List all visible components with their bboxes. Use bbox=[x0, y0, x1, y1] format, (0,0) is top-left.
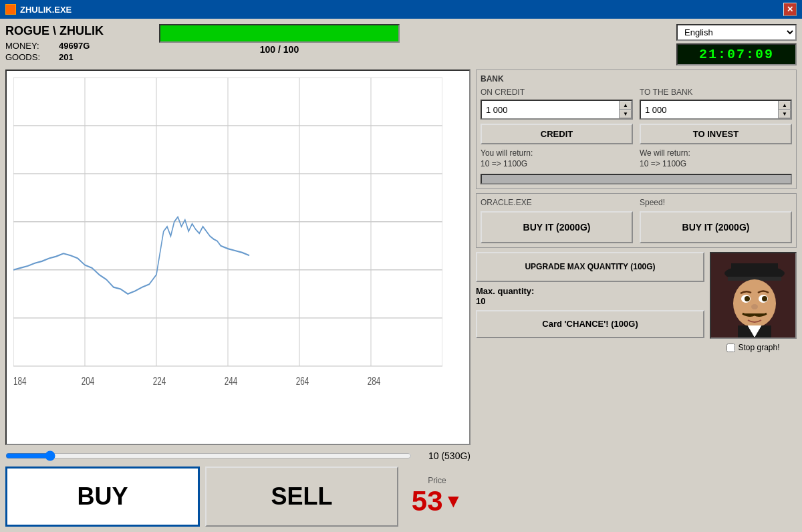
title-bar: ZHULIK.EXE ✕ bbox=[0, 0, 802, 19]
main-window: ROGUE \ ZHULIK MONEY: 49697G GOODS: 201 … bbox=[0, 19, 802, 532]
character-col: Stop graph! bbox=[710, 252, 797, 527]
health-section: 100 / 100 bbox=[159, 24, 400, 55]
close-button[interactable]: ✕ bbox=[783, 3, 797, 16]
bank-row: ON CREDIT 1 000 ▲ ▼ CREDIT You will retu… bbox=[481, 88, 792, 170]
upgrade-col: UPGRADE MAX QUANTITY (100G) Max. quantit… bbox=[476, 252, 704, 527]
price-number: 53 bbox=[412, 485, 443, 517]
upgrade-max-qty-button[interactable]: UPGRADE MAX QUANTITY (100G) bbox=[476, 252, 704, 282]
speed-label: Speed! bbox=[640, 198, 792, 209]
title-bar-title: ZHULIK.EXE bbox=[20, 5, 783, 15]
chance-button[interactable]: Card 'CHANCE'! (100G) bbox=[476, 310, 704, 338]
svg-text:184: 184 bbox=[13, 376, 27, 388]
oracle-section: ORACLE.EXE BUY IT (2000G) Speed! BUY IT … bbox=[476, 193, 797, 248]
credit-return-label: You will return: bbox=[481, 148, 633, 158]
player-name: ROGUE \ ZHULIK bbox=[5, 24, 152, 38]
max-qty-value: 10 bbox=[476, 296, 704, 306]
price-arrow: ▼ bbox=[444, 491, 463, 512]
buy-button[interactable]: BUY bbox=[5, 467, 200, 527]
invest-col: TO THE BANK 1 000 ▲ ▼ TO INVEST We will … bbox=[640, 88, 792, 170]
oracle-title: ORACLE.EXE bbox=[481, 198, 633, 209]
bank-section: BANK ON CREDIT 1 000 ▲ ▼ CREDIT You will… bbox=[476, 70, 797, 189]
svg-rect-29 bbox=[731, 263, 778, 278]
credit-down-button[interactable]: ▼ bbox=[620, 110, 632, 118]
credit-button[interactable]: CREDIT bbox=[481, 124, 633, 144]
goods-value: 201 bbox=[59, 52, 74, 62]
oracle-col: ORACLE.EXE BUY IT (2000G) bbox=[481, 198, 633, 243]
price-section: Price 53▼ bbox=[404, 467, 471, 527]
chance-button-label: Card 'CHANCE'! (100G) bbox=[542, 319, 638, 329]
credit-label: ON CREDIT bbox=[481, 88, 633, 97]
svg-point-36 bbox=[751, 304, 758, 309]
svg-text:204: 204 bbox=[82, 376, 95, 388]
app-icon bbox=[5, 4, 16, 15]
health-bar-container bbox=[159, 24, 400, 43]
max-qty-section: Max. quantity: 10 bbox=[476, 286, 704, 306]
svg-text:224: 224 bbox=[153, 376, 166, 388]
oracle-row: ORACLE.EXE BUY IT (2000G) Speed! BUY IT … bbox=[481, 198, 792, 243]
stop-graph-checkbox[interactable] bbox=[726, 344, 735, 352]
credit-return-value: 10 => 1100G bbox=[481, 159, 633, 168]
invest-button[interactable]: TO INVEST bbox=[640, 124, 792, 144]
money-row: MONEY: 49697G bbox=[5, 41, 152, 51]
svg-text:284: 284 bbox=[368, 376, 381, 388]
health-bar bbox=[160, 25, 398, 41]
speed-buy-button[interactable]: BUY IT (2000G) bbox=[640, 211, 792, 243]
right-panel: BANK ON CREDIT 1 000 ▲ ▼ CREDIT You will… bbox=[476, 70, 797, 527]
invest-return-label: We will return: bbox=[640, 148, 792, 158]
goods-label: GOODS: bbox=[5, 52, 45, 62]
character-svg bbox=[711, 253, 797, 339]
invest-spinner-buttons: ▲ ▼ bbox=[778, 101, 791, 118]
oracle-buy-button[interactable]: BUY IT (2000G) bbox=[481, 211, 633, 243]
svg-point-34 bbox=[745, 296, 750, 301]
bottom-right: UPGRADE MAX QUANTITY (100G) Max. quantit… bbox=[476, 252, 797, 527]
stop-graph-label: Stop graph! bbox=[738, 343, 779, 352]
money-label: MONEY: bbox=[5, 41, 45, 51]
quantity-slider[interactable] bbox=[5, 449, 412, 462]
svg-point-35 bbox=[762, 296, 767, 301]
top-section: ROGUE \ ZHULIK MONEY: 49697G GOODS: 201 … bbox=[5, 24, 797, 65]
left-panel: 120 100 80 60 40 20 0 184 204 224 244 26… bbox=[5, 70, 471, 527]
price-display: 53▼ bbox=[412, 485, 462, 517]
credit-up-button[interactable]: ▲ bbox=[620, 101, 632, 110]
money-value: 49697G bbox=[59, 41, 90, 51]
slider-value: 10 (530G) bbox=[417, 450, 471, 461]
buy-sell-row: BUY SELL Price 53▼ bbox=[5, 467, 471, 527]
max-qty-label: Max. quantity: bbox=[476, 286, 704, 296]
invest-up-button[interactable]: ▲ bbox=[779, 101, 791, 110]
language-select[interactable]: English Russian bbox=[676, 24, 797, 41]
bank-title: BANK bbox=[481, 74, 792, 84]
speed-col: Speed! BUY IT (2000G) bbox=[640, 198, 792, 243]
credit-input[interactable]: 1 000 bbox=[482, 101, 619, 118]
goods-row: GOODS: 201 bbox=[5, 52, 152, 62]
credit-spinner-buttons: ▲ ▼ bbox=[619, 101, 632, 118]
player-info: ROGUE \ ZHULIK MONEY: 49697G GOODS: 201 bbox=[5, 24, 152, 63]
health-text: 100 / 100 bbox=[260, 44, 299, 55]
invest-spinner: 1 000 ▲ ▼ bbox=[640, 100, 792, 120]
sell-button[interactable]: SELL bbox=[205, 467, 398, 527]
bank-progress-bar bbox=[481, 174, 792, 184]
invest-down-button[interactable]: ▼ bbox=[779, 110, 791, 118]
svg-text:264: 264 bbox=[296, 376, 309, 388]
svg-point-31 bbox=[733, 279, 776, 327]
timer-display: 21:07:09 bbox=[676, 43, 797, 65]
character-portrait bbox=[710, 252, 797, 339]
svg-text:244: 244 bbox=[225, 376, 238, 388]
price-chart: 120 100 80 60 40 20 0 184 204 224 244 26… bbox=[13, 78, 442, 424]
stop-graph-row: Stop graph! bbox=[726, 343, 779, 352]
content-area: 120 100 80 60 40 20 0 184 204 224 244 26… bbox=[5, 70, 797, 527]
credit-spinner: 1 000 ▲ ▼ bbox=[481, 100, 633, 120]
credit-col: ON CREDIT 1 000 ▲ ▼ CREDIT You will retu… bbox=[481, 88, 633, 170]
chart-container: 120 100 80 60 40 20 0 184 204 224 244 26… bbox=[5, 70, 471, 445]
price-label: Price bbox=[428, 476, 446, 485]
slider-row: 10 (530G) bbox=[5, 449, 471, 462]
upgrade-button-label: UPGRADE MAX QUANTITY (100G) bbox=[525, 262, 655, 271]
right-controls: English Russian 21:07:09 bbox=[676, 24, 797, 65]
invest-return-value: 10 => 1100G bbox=[640, 159, 792, 168]
invest-input[interactable]: 1 000 bbox=[641, 101, 778, 118]
invest-label: TO THE BANK bbox=[640, 88, 792, 97]
